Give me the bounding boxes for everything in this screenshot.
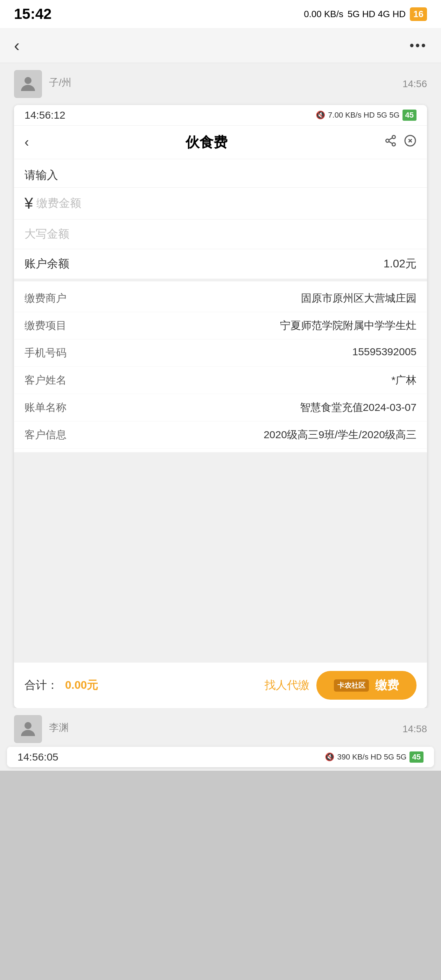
inner-time: 14:56:12: [24, 109, 65, 121]
more-button[interactable]: •••: [409, 38, 427, 53]
info-value-phone: 15595392005: [81, 346, 417, 358]
info-key-customer-info: 客户信息: [24, 428, 81, 442]
info-row-project: 缴费项目 宁夏师范学院附属中学学生灶: [14, 312, 427, 339]
info-row-customer-info: 客户信息 2020级高三9班/学生/2020级高三: [14, 422, 427, 449]
mute-icon: 🔇: [316, 111, 325, 120]
pay-btn-badge: 卡农社区: [334, 679, 369, 692]
pay-btn-label: 缴费: [375, 677, 399, 694]
close-icon[interactable]: [404, 134, 417, 150]
svg-point-9: [24, 722, 32, 729]
info-key-project: 缴费项目: [24, 318, 81, 333]
inner-status-icons-2: 🔇 390 KB/s HD 5G 5G 45: [325, 751, 423, 763]
avatar-top: [14, 70, 42, 98]
total-label: 合计：: [24, 678, 58, 693]
svg-line-5: [389, 138, 392, 140]
input-label: 请输入: [24, 169, 58, 181]
inner-header-icons: [384, 134, 417, 150]
network-speed: 0.00 KB/s: [304, 9, 343, 20]
info-value-merchant: 固原市原州区大营城庄园: [81, 291, 417, 305]
message-time-top: 14:56: [403, 78, 427, 90]
inner-battery: 45: [403, 110, 417, 121]
back-button[interactable]: ‹: [14, 36, 20, 55]
svg-point-0: [24, 77, 32, 84]
status-bar: 15:42 0.00 KB/s 5G HD 4G HD 16: [0, 0, 441, 28]
bottom-inner-screenshot: 14:56:05 🔇 390 KB/s HD 5G 5G 45: [0, 746, 441, 771]
inner-battery-2: 45: [409, 751, 423, 763]
balance-label: 账户余额: [24, 256, 69, 272]
status-icons: 0.00 KB/s 5G HD 4G HD 16: [304, 7, 427, 21]
info-row-bill: 账单名称 智慧食堂充值2024-03-07: [14, 394, 427, 422]
inner-status-bar-2: 14:56:05 🔇 390 KB/s HD 5G 5G 45: [7, 746, 434, 767]
uppercase-placeholder: 大写金额: [24, 228, 69, 240]
balance-value: 1.02元: [384, 256, 417, 272]
inner-status-icons: 🔇 7.00 KB/s HD 5G 5G 45: [316, 110, 417, 121]
info-value-bill: 智慧食堂充值2024-03-07: [81, 400, 417, 415]
yuan-symbol: ¥: [24, 195, 33, 212]
info-row-merchant: 缴费商户 固原市原州区大营城庄园: [14, 285, 427, 312]
info-value-name: *广林: [81, 373, 417, 387]
amount-input-row[interactable]: ¥ 缴费金额: [14, 188, 427, 220]
mute-icon-2: 🔇: [325, 752, 334, 762]
uppercase-amount-row: 大写金额: [14, 220, 427, 249]
inner-screenshot-wrapper: 14:56:12 🔇 7.00 KB/s HD 5G 5G 45 ‹ 伙食费: [0, 102, 441, 708]
svg-point-3: [392, 143, 395, 146]
info-key-merchant: 缴费商户: [24, 291, 81, 305]
bottom-action-bar: 合计： 0.00元 找人代缴 卡农社区 缴费: [14, 662, 427, 708]
svg-point-2: [386, 139, 389, 142]
sender-name-bottom: 李渊: [49, 721, 68, 734]
status-time: 15:42: [14, 6, 51, 22]
info-key-phone: 手机号码: [24, 346, 81, 360]
info-value-customer-info: 2020级高三9班/学生/2020级高三: [81, 428, 417, 442]
inner-page-title: 伙食费: [186, 133, 228, 152]
inner-network-2: 390 KB/s HD 5G 5G: [337, 752, 406, 762]
inner-screenshot: 14:56:12 🔇 7.00 KB/s HD 5G 5G 45 ‹ 伙食费: [14, 105, 427, 708]
svg-line-4: [389, 142, 392, 143]
pay-button[interactable]: 卡农社区 缴费: [317, 671, 417, 700]
balance-row: 账户余额 1.02元: [14, 249, 427, 282]
chat-header: ‹ •••: [0, 28, 441, 63]
info-row-name: 客户姓名 *广林: [14, 367, 427, 394]
proxy-pay-button[interactable]: 找人代缴: [264, 678, 309, 693]
avatar-bottom: [14, 715, 42, 743]
form-section: 请输入 ¥ 缴费金额 大写金额 账户余额 1.02元 缴费商户 固原市原州区大营…: [14, 159, 427, 708]
input-label-row: 请输入: [14, 159, 427, 188]
svg-point-1: [392, 135, 395, 138]
battery-icon: 16: [410, 7, 427, 21]
top-message-row: 子/州 14:56: [0, 63, 441, 102]
inner-status-bar: 14:56:12 🔇 7.00 KB/s HD 5G 5G 45: [14, 105, 427, 126]
bottom-message-header: 李渊 14:58: [0, 708, 441, 746]
inner-app-header: ‹ 伙食费: [14, 126, 427, 159]
info-key-name: 客户姓名: [24, 373, 81, 387]
inner-time-2: 14:56:05: [18, 751, 59, 763]
info-value-project: 宁夏师范学院附属中学学生灶: [81, 318, 417, 333]
keyboard-area: [14, 452, 427, 662]
amount-placeholder: 缴费金额: [37, 196, 81, 211]
info-key-bill: 账单名称: [24, 400, 81, 415]
total-amount: 0.00元: [65, 678, 98, 693]
info-row-phone: 手机号码 15595392005: [14, 339, 427, 367]
info-section: 缴费商户 固原市原州区大营城庄园 缴费项目 宁夏师范学院附属中学学生灶 手机号码…: [14, 282, 427, 452]
share-icon[interactable]: [384, 134, 397, 150]
network-type: 5G HD 4G HD: [347, 9, 406, 20]
message-time-bottom: 14:58: [403, 724, 427, 735]
inner-network: 7.00 KB/s HD 5G 5G: [328, 111, 400, 120]
sender-name-top: 子/州: [49, 76, 72, 89]
inner-back-button[interactable]: ‹: [24, 135, 29, 150]
